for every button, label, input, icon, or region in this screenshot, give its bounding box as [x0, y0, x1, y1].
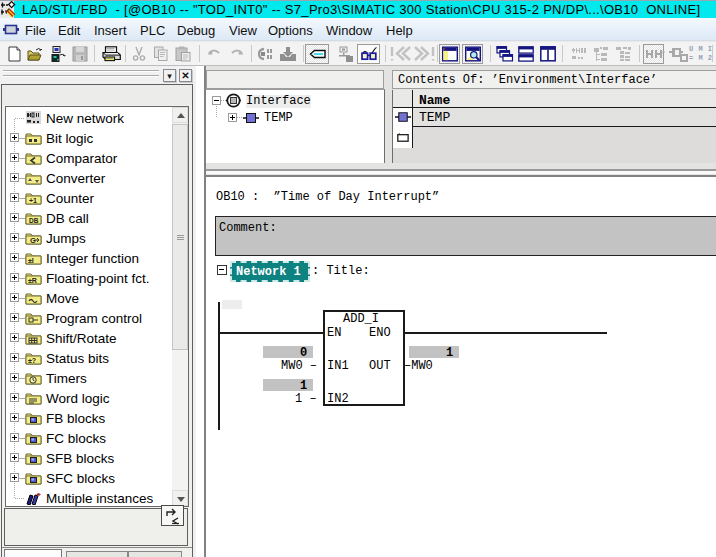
svg-text:+1: +1: [29, 197, 37, 204]
svg-text:DB: DB: [29, 217, 39, 224]
svg-text:±?: ±?: [28, 357, 36, 364]
svg-text:±I: ±I: [28, 257, 34, 264]
svg-text:±R: ±R: [28, 277, 37, 284]
